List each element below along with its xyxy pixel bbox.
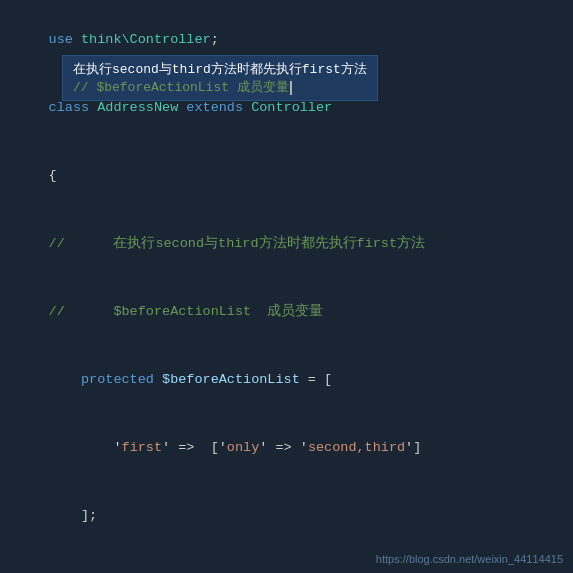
code-line-4: // 在执行second与third方法时都先执行first方法 [0,210,573,278]
tooltip-popup: 在执行second与third方法时都先执行first方法 // $before… [62,55,378,101]
code-line-7: 'first' => ['only' => 'second,third'] [0,414,573,482]
tooltip-line2: // $beforeActionList 成员变量 [73,80,289,95]
code-line-5: // $beforeActionList 成员变量 [0,278,573,346]
tooltip-line1: 在执行second与third方法时都先执行first方法 [73,62,367,77]
code-line-3: { [0,142,573,210]
text-cursor [290,81,292,95]
code-line-6: protected $beforeActionList = [ [0,346,573,414]
code-line-8: ]; [0,482,573,550]
watermark-text: https://blog.csdn.net/weixin_44114415 [376,553,563,565]
code-editor: use think\Controller; class AddressNew e… [0,0,573,573]
